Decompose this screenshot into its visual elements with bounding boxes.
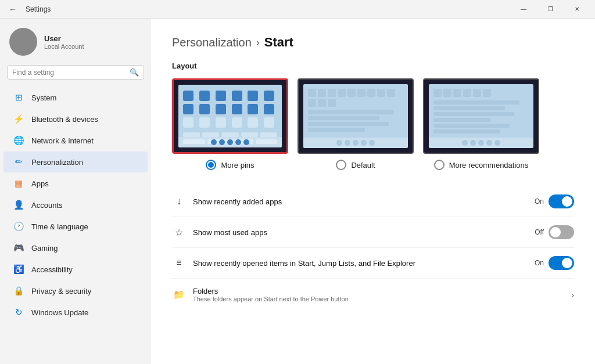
toggle-label-recently-added: On xyxy=(535,197,544,206)
app-body: User Local Account 🔍 ⊞ System ⚡ Bluetoot… xyxy=(0,19,595,364)
sidebar-item-label: Personalization xyxy=(31,158,83,167)
sidebar-item-label: Network & internet xyxy=(31,136,94,145)
layout-card-more-pins[interactable]: More pins xyxy=(172,78,288,170)
radio-label-more-pins[interactable]: More pins xyxy=(206,160,254,170)
toggle-recently-opened[interactable] xyxy=(549,256,574,270)
toggle-label-recently-opened: On xyxy=(535,259,544,267)
sidebar-item-apps[interactable]: ▦ Apps xyxy=(3,173,148,194)
radio-default[interactable] xyxy=(336,160,346,170)
breadcrumb-parent: Personalization xyxy=(172,36,252,49)
sidebar-item-label: Gaming xyxy=(31,244,58,253)
sidebar-item-label: Apps xyxy=(31,179,49,188)
sidebar: User Local Account 🔍 ⊞ System ⚡ Bluetoot… xyxy=(0,19,151,364)
radio-more-recs[interactable] xyxy=(434,160,445,170)
apps-icon: ▦ xyxy=(13,178,24,189)
bluetooth-icon: ⚡ xyxy=(13,113,24,125)
user-profile: User Local Account xyxy=(0,23,151,65)
sidebar-item-time[interactable]: 🕐 Time & language xyxy=(3,216,148,237)
nav-list: ⊞ System ⚡ Bluetooth & devices 🌐 Network… xyxy=(0,87,151,323)
settings-list: ↓ Show recently added apps On ☆ Show mos… xyxy=(172,186,574,311)
sidebar-item-network[interactable]: 🌐 Network & internet xyxy=(3,130,148,151)
layout-card-more-recs[interactable]: More recommendations xyxy=(423,78,539,170)
sidebar-item-label: Accessibility xyxy=(31,265,73,274)
user-info: User Local Account xyxy=(44,34,84,50)
search-input[interactable] xyxy=(12,69,126,77)
toggle-most-used[interactable] xyxy=(549,225,574,239)
layout-card-default[interactable]: Default xyxy=(298,78,414,170)
row-text-recently-added: Show recently added apps xyxy=(193,197,528,206)
row-title-most-used: Show most used apps xyxy=(193,228,528,237)
chevron-icon-folders: › xyxy=(571,290,574,300)
maximize-button[interactable]: ❐ xyxy=(537,0,564,19)
back-button[interactable]: ← xyxy=(5,1,21,17)
settings-row-recently-opened: ≡ Show recently opened items in Start, J… xyxy=(172,247,574,278)
sidebar-item-label: Accounts xyxy=(31,201,62,210)
accounts-icon: 👤 xyxy=(13,199,24,211)
row-control-recently-added: On xyxy=(535,194,574,208)
avatar xyxy=(9,28,37,56)
layout-option-label-more-pins: More pins xyxy=(221,161,254,170)
row-text-recently-opened: Show recently opened items in Start, Jum… xyxy=(193,259,528,268)
sidebar-item-gaming[interactable]: 🎮 Gaming xyxy=(3,237,148,258)
titlebar-title: Settings xyxy=(26,5,51,13)
sidebar-item-privacy[interactable]: 🔒 Privacy & security xyxy=(3,280,148,301)
system-icon: ⊞ xyxy=(13,92,24,103)
breadcrumb-sep: › xyxy=(256,37,260,49)
user-name: User xyxy=(44,34,84,43)
breadcrumb: Personalization › Start xyxy=(172,35,574,50)
network-icon: 🌐 xyxy=(13,135,24,146)
sidebar-item-accounts[interactable]: 👤 Accounts xyxy=(3,194,148,215)
sidebar-item-system[interactable]: ⊞ System xyxy=(3,87,148,108)
sidebar-item-label: Windows Update xyxy=(31,308,88,317)
row-title-recently-added: Show recently added apps xyxy=(193,197,528,206)
settings-row-most-used: ☆ Show most used apps Off xyxy=(172,217,574,247)
settings-row-folders[interactable]: 📁 Folders These folders appear on Start … xyxy=(172,278,574,311)
sidebar-item-bluetooth[interactable]: ⚡ Bluetooth & devices xyxy=(3,109,148,129)
row-icon-most-used: ☆ xyxy=(172,225,186,239)
row-icon-recently-opened: ≡ xyxy=(172,256,186,270)
accessibility-icon: ♿ xyxy=(13,264,24,275)
row-icon-recently-added: ↓ xyxy=(172,194,186,208)
minimize-button[interactable]: — xyxy=(510,0,537,19)
titlebar-left: ← Settings xyxy=(5,1,51,17)
sidebar-item-windows-update[interactable]: ↻ Windows Update xyxy=(3,302,148,323)
layout-cards: More pins Default xyxy=(172,78,574,170)
row-text-most-used: Show most used apps xyxy=(193,228,528,237)
row-icon-folders: 📁 xyxy=(172,288,186,302)
layout-option-label-more-recs: More recommendations xyxy=(449,161,529,170)
windows-update-icon: ↻ xyxy=(13,307,24,318)
layout-label: Layout xyxy=(172,62,574,70)
toggle-label-most-used: Off xyxy=(535,228,544,236)
layout-card-image-default xyxy=(298,78,414,154)
settings-row-recently-added: ↓ Show recently added apps On xyxy=(172,186,574,217)
user-sub: Local Account xyxy=(44,43,84,50)
personalization-icon: ✏ xyxy=(13,156,24,168)
privacy-icon: 🔒 xyxy=(13,285,24,297)
radio-label-more-recs[interactable]: More recommendations xyxy=(434,160,529,170)
sidebar-item-personalization[interactable]: ✏ Personalization xyxy=(3,152,148,172)
sidebar-item-label: Bluetooth & devices xyxy=(31,115,98,124)
layout-card-image-more-pins xyxy=(172,78,288,154)
toggle-recently-added[interactable] xyxy=(549,194,574,208)
search-icon: 🔍 xyxy=(130,68,139,77)
row-text-folders: Folders These folders appear on Start ne… xyxy=(193,287,564,302)
gaming-icon: 🎮 xyxy=(13,242,24,254)
titlebar: ← Settings — ❐ ✕ xyxy=(0,0,595,19)
sidebar-item-label: System xyxy=(31,93,56,102)
row-control-recently-opened: On xyxy=(535,256,574,270)
content-area: Personalization › Start Layout xyxy=(151,19,595,364)
search-box[interactable]: 🔍 xyxy=(7,65,144,80)
row-control-most-used: Off xyxy=(535,225,574,239)
row-title-folders: Folders xyxy=(193,287,564,295)
sidebar-item-label: Privacy & security xyxy=(31,287,91,295)
close-button[interactable]: ✕ xyxy=(564,0,590,19)
breadcrumb-current: Start xyxy=(264,35,293,50)
radio-more-pins[interactable] xyxy=(206,160,216,170)
layout-card-image-more-recs xyxy=(423,78,539,154)
sidebar-item-accessibility[interactable]: ♿ Accessibility xyxy=(3,259,148,280)
time-icon: 🕐 xyxy=(13,221,24,232)
layout-option-label-default: Default xyxy=(351,161,375,170)
radio-label-default[interactable]: Default xyxy=(336,160,375,170)
titlebar-controls: — ❐ ✕ xyxy=(510,0,590,19)
row-title-recently-opened: Show recently opened items in Start, Jum… xyxy=(193,259,528,268)
